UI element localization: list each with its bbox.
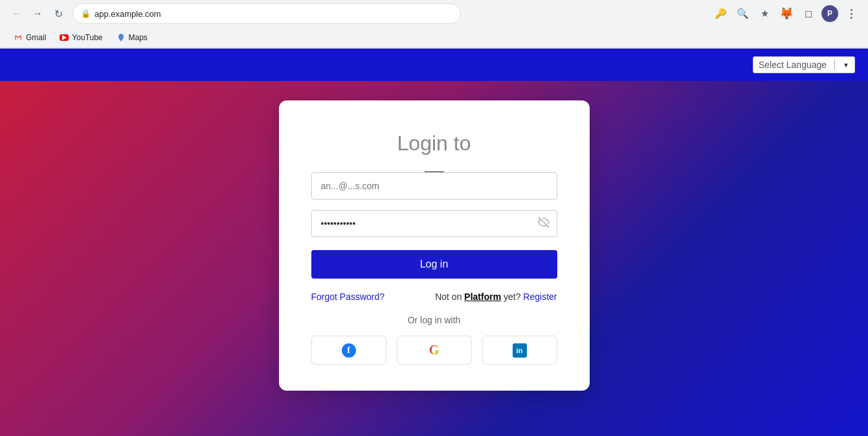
bookmark-youtube[interactable]: YouTube <box>54 30 107 45</box>
youtube-favicon <box>59 32 69 43</box>
login-button[interactable]: Log in <box>311 250 557 279</box>
extension-fox-icon[interactable]: 🦊 <box>777 5 796 23</box>
register-link[interactable]: Register <box>523 292 557 302</box>
menu-dot-2 <box>851 13 852 15</box>
bookmark-gmail[interactable]: Gmail <box>8 30 51 45</box>
google-login-button[interactable]: G <box>397 336 472 365</box>
forward-button[interactable]: → <box>28 5 47 23</box>
password-group <box>311 210 557 237</box>
login-card: Login to Log in Forgot Password? Not on … <box>279 100 590 391</box>
maps-favicon <box>116 32 126 43</box>
extensions-icon[interactable]: ◻ <box>799 5 818 23</box>
url-text: app.example.com <box>95 9 452 19</box>
login-title-text: Login to <box>397 132 471 155</box>
address-bar[interactable]: 🔒 app.example.com <box>72 3 461 24</box>
browser-actions: 🔑 🔍 ★ 🦊 ◻ P <box>711 5 860 23</box>
reload-button[interactable]: ↻ <box>49 5 67 23</box>
bookmark-youtube-label: YouTube <box>72 33 102 42</box>
page-header: Select Language ▼ <box>0 49 868 81</box>
chevron-down-icon: ▼ <box>843 62 849 69</box>
language-selector-label: Select Language <box>759 60 827 70</box>
page-content: Select Language ▼ Login to Log in <box>0 49 868 436</box>
toggle-password-icon[interactable] <box>538 216 550 231</box>
linkedin-icon: in <box>513 343 527 358</box>
email-group <box>311 172 557 200</box>
linkedin-login-button[interactable]: in <box>482 336 557 365</box>
bookmark-maps[interactable]: Maps <box>111 30 153 45</box>
bookmark-star-icon[interactable]: ★ <box>755 5 773 23</box>
bookmark-maps-label: Maps <box>129 33 148 42</box>
profile-avatar[interactable]: P <box>821 5 838 22</box>
language-divider <box>834 60 835 70</box>
platform-name: Platform <box>464 292 501 302</box>
search-icon[interactable]: 🔍 <box>733 5 751 23</box>
google-icon: G <box>429 343 440 358</box>
language-selector[interactable]: Select Language ▼ <box>753 56 855 73</box>
forgot-password-link[interactable]: Forgot Password? <box>311 292 385 302</box>
browser-chrome: ← → ↻ 🔒 app.example.com 🔑 🔍 ★ 🦊 ◻ P <box>0 0 868 49</box>
menu-button[interactable] <box>842 5 860 23</box>
nav-buttons: ← → ↻ <box>8 5 67 23</box>
browser-toolbar: ← → ↻ 🔒 app.example.com 🔑 🔍 ★ 🦊 ◻ P <box>0 0 868 27</box>
facebook-icon: f <box>342 343 356 358</box>
email-input[interactable] <box>311 172 557 200</box>
bookmarks-bar: Gmail YouTube Maps <box>0 27 868 48</box>
gmail-favicon <box>13 32 23 43</box>
back-button[interactable]: ← <box>8 5 26 23</box>
register-text: Not on Platform yet? Register <box>435 292 557 302</box>
or-divider: Or log in with <box>311 315 557 325</box>
social-login-row: f G in <box>311 336 557 365</box>
password-input[interactable] <box>311 210 557 237</box>
links-row: Forgot Password? Not on Platform yet? Re… <box>311 292 557 302</box>
menu-dot-1 <box>851 9 852 11</box>
bookmark-gmail-label: Gmail <box>26 33 46 42</box>
login-title: Login to <box>311 132 557 155</box>
password-manager-icon[interactable]: 🔑 <box>711 5 729 23</box>
lock-icon: 🔒 <box>81 9 91 18</box>
facebook-login-button[interactable]: f <box>311 336 386 365</box>
menu-dot-3 <box>851 17 852 19</box>
